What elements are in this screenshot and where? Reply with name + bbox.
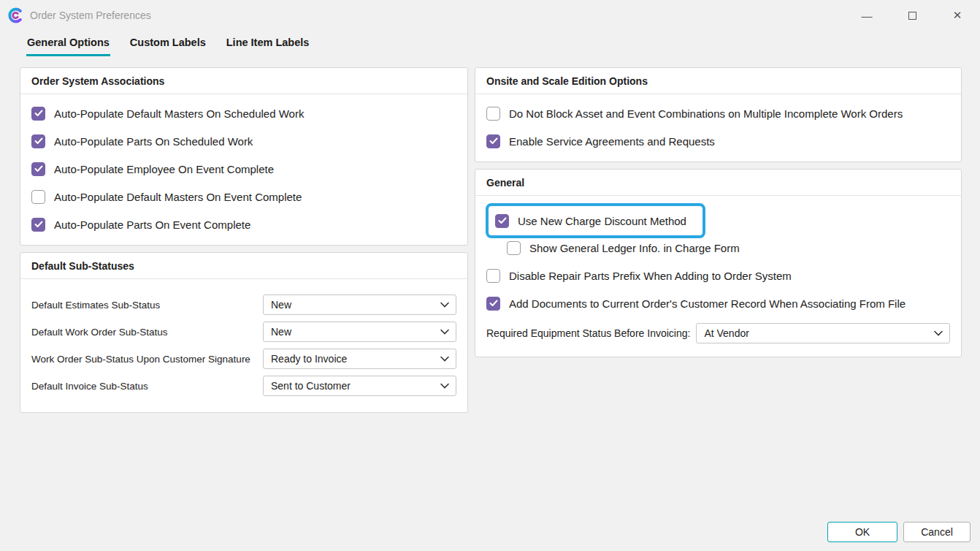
checkbox-disable-repair-parts-prefix[interactable]: [486, 269, 500, 283]
close-icon: ✕: [953, 9, 962, 22]
checkbox-row: Auto-Populate Default Masters On Schedul…: [31, 106, 456, 121]
field-row: Default Work Order Sub-Status New: [31, 322, 456, 342]
chevron-down-icon: [440, 383, 449, 389]
default-estimates-sub-status-select[interactable]: New: [263, 294, 456, 315]
app-logo-icon: [7, 7, 23, 23]
field-label: Default Work Order Sub-Status: [31, 327, 168, 338]
checkbox-row: Enable Service Agreements and Requests: [486, 134, 950, 148]
checkbox-row: Show General Ledger Info. in Charge Form: [507, 240, 950, 255]
checkbox-label: Do Not Block Asset and Event Combination…: [509, 107, 903, 120]
checkbox-label: Enable Service Agreements and Requests: [509, 135, 715, 148]
title-bar: Order System Preferences — ✕: [0, 0, 980, 31]
window-title: Order System Preferences: [30, 10, 151, 21]
chevron-down-icon: [440, 356, 449, 362]
group-general: General Use New Charge Discount Method S…: [475, 169, 962, 357]
group-title: Default Sub-Statuses: [20, 253, 467, 279]
chevron-down-icon: [440, 329, 449, 335]
maximize-button[interactable]: [889, 0, 935, 31]
checkbox-enable-service-agreements[interactable]: [486, 134, 500, 148]
default-work-order-sub-status-select[interactable]: New: [263, 322, 456, 342]
minimize-button[interactable]: —: [844, 0, 889, 31]
chevron-down-icon: [934, 330, 943, 336]
required-equipment-status-select[interactable]: At Vendor: [696, 323, 950, 343]
checkbox-label: Add Documents to Current Order's Custome…: [509, 297, 906, 310]
group-title: Onsite and Scale Edition Options: [475, 68, 961, 94]
group-title: General: [475, 170, 961, 196]
ok-button[interactable]: OK: [827, 522, 897, 542]
checkbox-row: Disable Repair Parts Prefix When Adding …: [486, 268, 950, 283]
checkbox-label: Auto-Populate Employee On Event Complete: [54, 163, 274, 175]
checkbox-label: Show General Ledger Info. in Charge Form: [529, 242, 740, 254]
default-invoice-sub-status-select[interactable]: Sent to Customer: [263, 376, 456, 396]
checkbox-row: Auto-Populate Employee On Event Complete: [31, 162, 456, 176]
right-column: Onsite and Scale Edition Options Do Not …: [475, 67, 962, 364]
tab-line-item-labels[interactable]: Line Item Labels: [226, 32, 310, 56]
close-button[interactable]: ✕: [935, 0, 980, 31]
checkbox-label: Auto-Populate Default Masters On Schedul…: [54, 107, 304, 120]
checkbox-use-new-charge-discount-method[interactable]: [495, 214, 509, 228]
minimize-icon: —: [862, 10, 873, 22]
equipment-status-label: Required Equipment Status Before Invoici…: [486, 327, 690, 339]
tab-general-options[interactable]: General Options: [26, 32, 110, 56]
field-row: Work Order Sub-Status Upon Customer Sign…: [31, 349, 456, 369]
field-row: Default Estimates Sub-Status New: [31, 294, 456, 315]
checkbox-row: Use New Charge Discount Method: [495, 213, 686, 228]
select-value: New: [271, 326, 291, 338]
field-label: Default Invoice Sub-Status: [31, 381, 148, 392]
checkbox-label: Auto-Populate Parts On Scheduled Work: [54, 135, 253, 148]
checkbox-row: Auto-Populate Parts On Event Complete: [31, 217, 456, 232]
checkbox-label: Auto-Populate Default Masters On Event C…: [54, 191, 302, 203]
select-value: New: [271, 299, 291, 311]
cancel-button[interactable]: Cancel: [903, 522, 971, 542]
field-row: Default Invoice Sub-Status Sent to Custo…: [31, 376, 456, 396]
checkbox-label: Use New Charge Discount Method: [518, 215, 686, 227]
checkbox-row: Auto-Populate Default Masters On Event C…: [31, 189, 456, 204]
checkbox-row: Do Not Block Asset and Event Combination…: [486, 106, 950, 121]
checkbox-row: Add Documents to Current Order's Custome…: [486, 296, 950, 311]
left-column: Order System Associations Auto-Populate …: [20, 67, 468, 419]
checkbox-auto-populate-employee-event-complete[interactable]: [31, 162, 45, 176]
tab-bar: General Options Custom Labels Line Item …: [0, 31, 980, 56]
group-title: Order System Associations: [20, 68, 467, 94]
select-value: Ready to Invoice: [271, 353, 347, 365]
field-label: Default Estimates Sub-Status: [31, 300, 160, 311]
work-order-sub-status-upon-signature-select[interactable]: Ready to Invoice: [263, 349, 456, 369]
highlight-annotation-box: Use New Charge Discount Method: [486, 203, 705, 238]
checkbox-do-not-block-asset-event-combinations[interactable]: [486, 107, 500, 121]
group-onsite-scale-options: Onsite and Scale Edition Options Do Not …: [475, 67, 962, 162]
checkbox-auto-populate-default-masters-event-complete[interactable]: [31, 190, 45, 204]
checkbox-label: Disable Repair Parts Prefix When Adding …: [509, 270, 792, 282]
checkbox-row: Auto-Populate Parts On Scheduled Work: [31, 134, 456, 148]
maximize-icon: [908, 12, 916, 20]
checkbox-auto-populate-default-masters-scheduled[interactable]: [31, 107, 45, 121]
equipment-status-row: Required Equipment Status Before Invoici…: [486, 323, 950, 343]
checkbox-label: Auto-Populate Parts On Event Complete: [54, 218, 250, 231]
field-label: Work Order Sub-Status Upon Customer Sign…: [31, 354, 250, 365]
checkbox-auto-populate-parts-event-complete[interactable]: [31, 218, 45, 232]
tab-custom-labels[interactable]: Custom Labels: [129, 32, 207, 56]
checkbox-auto-populate-parts-scheduled[interactable]: [31, 134, 45, 148]
checkbox-show-general-ledger-info[interactable]: [507, 241, 521, 255]
window-controls: — ✕: [844, 0, 980, 31]
footer-actions: OK Cancel: [827, 522, 971, 542]
checkbox-add-documents-to-customer-record[interactable]: [486, 297, 500, 311]
group-order-system-associations: Order System Associations Auto-Populate …: [20, 67, 468, 246]
select-value: Sent to Customer: [271, 380, 351, 392]
chevron-down-icon: [440, 302, 449, 308]
content-area: Order System Associations Auto-Populate …: [0, 56, 980, 419]
select-value: At Vendor: [704, 327, 749, 339]
group-default-sub-statuses: Default Sub-Statuses Default Estimates S…: [20, 252, 468, 413]
